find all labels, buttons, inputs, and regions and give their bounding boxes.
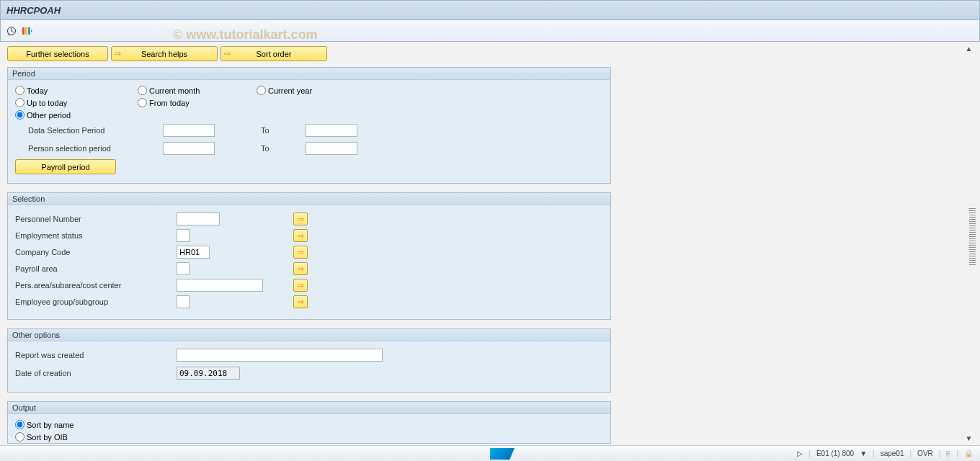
arrow-right-icon: ⇨ (298, 231, 304, 241)
toolbar (0, 20, 980, 42)
multiple-selection-button[interactable]: ⇨ (293, 295, 308, 308)
arrow-right-icon: ⇨ (298, 281, 304, 290)
radio-current-year[interactable]: Current year (257, 86, 312, 95)
radio-current-month[interactable]: Current month (138, 86, 257, 95)
status-triangle[interactable]: ▷ (797, 449, 803, 457)
personnel-number-label: Personnel Number (15, 215, 177, 223)
status-system: E01 (1) 800 (816, 449, 854, 457)
radio-from-today[interactable]: From today (138, 98, 190, 107)
button-label: Payroll period (41, 163, 89, 171)
layout-icon[interactable]: ⎘ (946, 449, 950, 457)
arrow-right-icon: ⇨ (298, 248, 304, 257)
multiple-selection-button[interactable]: ⇨ (293, 279, 308, 292)
arrow-right-icon: ⇨ (224, 49, 231, 58)
selection-group: Selection Personnel Number ⇨ Employment … (7, 192, 611, 320)
dropdown-icon[interactable]: ▼ (860, 449, 867, 457)
page-title: HHRCPOAH (6, 5, 61, 16)
titlebar: HHRCPOAH (0, 0, 980, 20)
scroll-grip-icon[interactable] (969, 207, 976, 265)
content: Further selections ⇨ Search helps ⇨ Sort… (0, 42, 980, 445)
pers-area-input[interactable] (177, 279, 263, 292)
other-options-group: Other options Report was created Date of… (7, 328, 611, 393)
svg-rect-2 (25, 27, 27, 35)
arrow-right-icon: ⇨ (298, 215, 304, 224)
multiple-selection-button[interactable]: ⇨ (293, 246, 308, 259)
date-of-creation-label: Date of creation (15, 369, 177, 377)
to-label: To (261, 126, 306, 135)
employment-status-input[interactable] (177, 229, 190, 242)
company-code-label: Company Code (15, 248, 177, 256)
employee-group-label: Employee group/subgroup (15, 297, 177, 306)
output-group: Output Sort by name Sort by OIB (7, 401, 611, 444)
data-selection-period-label: Data Selection Period (15, 126, 163, 135)
status-server: sape01 (881, 449, 904, 457)
sort-order-button[interactable]: ⇨ Sort order (220, 46, 327, 61)
period-group: Period Today Current month Current year … (7, 67, 611, 184)
scroll-down-icon[interactable]: ▼ (963, 433, 974, 444)
status-mode: OVR (917, 449, 933, 457)
radio-sort-by-oib[interactable]: Sort by OIB (15, 432, 68, 442)
report-was-created-label: Report was created (15, 351, 177, 359)
to-label: To (261, 144, 306, 153)
radio-up-to-today[interactable]: Up to today (15, 98, 138, 107)
search-helps-button[interactable]: ⇨ Search helps (111, 46, 218, 61)
pers-area-label: Pers.area/subarea/cost center (15, 281, 177, 290)
svg-rect-3 (28, 27, 30, 35)
variant-icon[interactable] (21, 24, 34, 37)
side-area: ▲ ▼ (611, 42, 980, 445)
person-selection-period-label: Person selection period (15, 144, 163, 153)
data-selection-from-input[interactable] (163, 124, 215, 137)
data-selection-to-input[interactable] (306, 124, 357, 137)
arrow-right-icon: ⇨ (298, 264, 304, 274)
further-selections-button[interactable]: Further selections (7, 46, 108, 61)
date-of-creation-input[interactable] (177, 367, 240, 380)
button-label: Further selections (26, 50, 89, 58)
multiple-selection-button[interactable]: ⇨ (293, 229, 308, 242)
button-label: Search helps (141, 50, 187, 58)
svg-rect-1 (22, 27, 24, 35)
action-buttons-row: Further selections ⇨ Search helps ⇨ Sort… (7, 46, 611, 61)
group-title: Other options (8, 329, 610, 341)
group-title: Period (8, 68, 610, 80)
radio-other-period[interactable]: Other period (15, 110, 71, 120)
statusbar: ▷ | E01 (1) 800 ▼ | sape01 | OVR | ⎘ | 🔒 (0, 445, 980, 461)
person-selection-from-input[interactable] (163, 142, 215, 155)
report-was-created-input[interactable] (177, 349, 383, 362)
multiple-selection-button[interactable]: ⇨ (293, 262, 308, 275)
lock-icon[interactable]: 🔒 (964, 449, 973, 457)
person-selection-to-input[interactable] (306, 142, 357, 155)
execute-icon[interactable] (5, 24, 18, 37)
personnel-number-input[interactable] (177, 212, 220, 225)
employment-status-label: Employment status (15, 231, 177, 240)
button-label: Sort order (257, 50, 292, 58)
sap-logo-icon (490, 448, 514, 460)
company-code-input[interactable] (177, 246, 210, 259)
scroll-up-icon[interactable]: ▲ (963, 43, 974, 54)
group-title: Selection (8, 193, 610, 205)
radio-sort-by-name[interactable]: Sort by name (15, 420, 74, 429)
payroll-period-button[interactable]: Payroll period (15, 159, 116, 174)
multiple-selection-button[interactable]: ⇨ (293, 212, 308, 225)
group-title: Output (8, 402, 610, 414)
payroll-area-input[interactable] (177, 262, 190, 275)
arrow-right-icon: ⇨ (298, 297, 304, 307)
employee-group-input[interactable] (177, 295, 190, 308)
payroll-area-label: Payroll area (15, 264, 177, 273)
arrow-right-icon: ⇨ (115, 49, 121, 58)
radio-today[interactable]: Today (15, 86, 138, 95)
